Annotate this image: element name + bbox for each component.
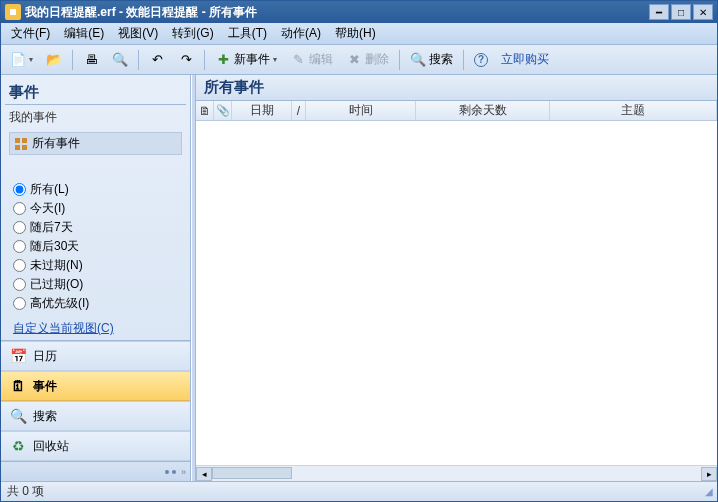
chevron-down-icon: ▾ bbox=[273, 55, 277, 64]
col-divider[interactable]: / bbox=[292, 101, 306, 120]
event-icon: 🗓 bbox=[9, 377, 27, 395]
svg-rect-1 bbox=[10, 9, 16, 15]
buy-label: 立即购买 bbox=[501, 51, 549, 68]
nav-events[interactable]: 🗓事件 bbox=[1, 371, 190, 401]
body: 事件 我的事件 所有事件 所有(L) 今天(I) 随后7天 随后30天 未过期(… bbox=[1, 75, 717, 481]
nav-list: 📅日历 🗓事件 🔍搜索 ♻回收站 » bbox=[1, 340, 190, 481]
menu-file[interactable]: 文件(F) bbox=[5, 23, 56, 44]
maximize-button[interactable]: □ bbox=[671, 4, 691, 20]
tree-item-label: 所有事件 bbox=[32, 135, 80, 152]
print-preview-icon: 🔍 bbox=[112, 52, 128, 68]
nav-calendar[interactable]: 📅日历 bbox=[1, 341, 190, 371]
radio-all[interactable]: 所有(L) bbox=[13, 181, 178, 198]
dot-icon bbox=[172, 470, 176, 474]
main-panel: 所有事件 🗎 📎 日期 / 时间 剩余天数 主题 ◂ ▸ bbox=[196, 75, 717, 481]
col-time[interactable]: 时间 bbox=[306, 101, 416, 120]
undo-button[interactable]: ↶ bbox=[144, 49, 170, 71]
search-icon: 🔍 bbox=[410, 52, 426, 68]
sidebar: 事件 我的事件 所有事件 所有(L) 今天(I) 随后7天 随后30天 未过期(… bbox=[1, 75, 191, 481]
separator bbox=[138, 50, 139, 70]
nav-recycle[interactable]: ♻回收站 bbox=[1, 431, 190, 461]
radio-input[interactable] bbox=[13, 259, 26, 272]
radio-input[interactable] bbox=[13, 278, 26, 291]
delete-button[interactable]: ✖删除 bbox=[341, 49, 394, 71]
delete-icon: ✖ bbox=[346, 52, 362, 68]
new-event-button[interactable]: ✚新事件▾ bbox=[210, 49, 282, 71]
radio-input[interactable] bbox=[13, 297, 26, 310]
menu-view[interactable]: 视图(V) bbox=[112, 23, 164, 44]
scroll-right-button[interactable]: ▸ bbox=[701, 467, 717, 481]
app-window: 我的日程提醒.erf - 效能日程提醒 - 所有事件 ━ □ ✕ 文件(F) 编… bbox=[0, 0, 718, 502]
pencil-icon: ✎ bbox=[290, 52, 306, 68]
attach-icon: 📎 bbox=[216, 104, 230, 117]
menu-goto[interactable]: 转到(G) bbox=[166, 23, 219, 44]
scroll-track[interactable] bbox=[212, 467, 701, 481]
open-button[interactable]: 📂 bbox=[41, 49, 67, 71]
undo-icon: ↶ bbox=[149, 52, 165, 68]
buy-button[interactable]: 立即购买 bbox=[496, 49, 554, 71]
nav-label: 日历 bbox=[33, 348, 57, 365]
scroll-thumb[interactable] bbox=[212, 467, 292, 479]
close-button[interactable]: ✕ bbox=[693, 4, 713, 20]
redo-icon: ↷ bbox=[178, 52, 194, 68]
radio-highpriority[interactable]: 高优先级(I) bbox=[13, 295, 178, 312]
resize-grip[interactable]: ◢ bbox=[705, 486, 711, 497]
customize-view-link[interactable]: 自定义当前视图(C) bbox=[5, 312, 186, 337]
edit-button[interactable]: ✎编辑 bbox=[285, 49, 338, 71]
print-button[interactable]: 🖶 bbox=[78, 49, 104, 71]
separator bbox=[463, 50, 464, 70]
radio-today[interactable]: 今天(I) bbox=[13, 200, 178, 217]
radio-input[interactable] bbox=[13, 202, 26, 215]
print-icon: 🖶 bbox=[83, 52, 99, 68]
col-daysleft[interactable]: 剩余天数 bbox=[416, 101, 550, 120]
search-button[interactable]: 🔍搜索 bbox=[405, 49, 458, 71]
menu-help[interactable]: 帮助(H) bbox=[329, 23, 382, 44]
menu-actions[interactable]: 动作(A) bbox=[275, 23, 327, 44]
event-list[interactable] bbox=[196, 121, 717, 465]
radio-input[interactable] bbox=[13, 183, 26, 196]
help-button[interactable]: ? bbox=[469, 49, 493, 71]
tree-all-events[interactable]: 所有事件 bbox=[9, 132, 182, 155]
menu-edit[interactable]: 编辑(E) bbox=[58, 23, 110, 44]
radio-input[interactable] bbox=[13, 240, 26, 253]
column-headers: 🗎 📎 日期 / 时间 剩余天数 主题 bbox=[196, 101, 717, 121]
col-label: 剩余天数 bbox=[459, 102, 507, 119]
radio-label: 随后7天 bbox=[30, 219, 73, 236]
app-icon bbox=[5, 4, 21, 20]
nav-search[interactable]: 🔍搜索 bbox=[1, 401, 190, 431]
radio-input[interactable] bbox=[13, 221, 26, 234]
radio-notexpired[interactable]: 未过期(N) bbox=[13, 257, 178, 274]
col-subject[interactable]: 主题 bbox=[550, 101, 717, 120]
nav-label: 回收站 bbox=[33, 438, 69, 455]
new-icon: 📄 bbox=[10, 52, 26, 68]
nav-label: 搜索 bbox=[33, 408, 57, 425]
new-file-button[interactable]: 📄▾ bbox=[5, 49, 38, 71]
minimize-button[interactable]: ━ bbox=[649, 4, 669, 20]
help-icon: ? bbox=[474, 53, 488, 67]
redo-button[interactable]: ↷ bbox=[173, 49, 199, 71]
calendar-icon: 📅 bbox=[9, 347, 27, 365]
radio-label: 今天(I) bbox=[30, 200, 65, 217]
col-icon[interactable]: 🗎 bbox=[196, 101, 214, 120]
svg-rect-4 bbox=[15, 145, 20, 150]
new-event-label: 新事件 bbox=[234, 51, 270, 68]
col-date[interactable]: 日期 bbox=[232, 101, 292, 120]
radio-next30[interactable]: 随后30天 bbox=[13, 238, 178, 255]
col-attachment[interactable]: 📎 bbox=[214, 101, 232, 120]
doc-icon: 🗎 bbox=[199, 104, 211, 118]
chevron-icon[interactable]: » bbox=[181, 467, 186, 477]
radio-next7[interactable]: 随后7天 bbox=[13, 219, 178, 236]
menu-tools[interactable]: 工具(T) bbox=[222, 23, 273, 44]
search-icon: 🔍 bbox=[9, 407, 27, 425]
separator bbox=[399, 50, 400, 70]
horizontal-scrollbar[interactable]: ◂ ▸ bbox=[196, 465, 717, 481]
scroll-left-button[interactable]: ◂ bbox=[196, 467, 212, 481]
window-controls: ━ □ ✕ bbox=[649, 4, 713, 20]
plus-icon: ✚ bbox=[215, 52, 231, 68]
toolbar: 📄▾ 📂 🖶 🔍 ↶ ↷ ✚新事件▾ ✎编辑 ✖删除 🔍搜索 ? 立即购买 bbox=[1, 45, 717, 75]
print-preview-button[interactable]: 🔍 bbox=[107, 49, 133, 71]
col-label: 时间 bbox=[349, 102, 373, 119]
radio-expired[interactable]: 已过期(O) bbox=[13, 276, 178, 293]
radio-label: 所有(L) bbox=[30, 181, 69, 198]
menubar: 文件(F) 编辑(E) 视图(V) 转到(G) 工具(T) 动作(A) 帮助(H… bbox=[1, 23, 717, 45]
